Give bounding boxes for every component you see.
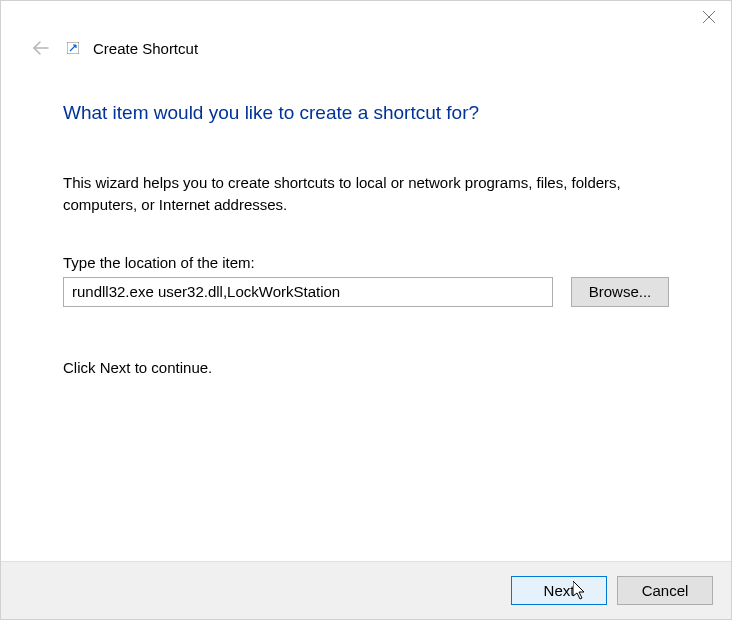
back-arrow-icon: [31, 38, 51, 58]
wizard-description: This wizard helps you to create shortcut…: [63, 172, 669, 216]
cancel-button[interactable]: Cancel: [617, 576, 713, 605]
wizard-heading: What item would you like to create a sho…: [63, 102, 669, 124]
dialog-title: Create Shortcut: [93, 40, 198, 57]
create-shortcut-dialog: Create Shortcut What item would you like…: [0, 0, 732, 620]
continue-text: Click Next to continue.: [63, 359, 669, 376]
location-input[interactable]: [63, 277, 553, 307]
dialog-footer: Next Cancel: [1, 561, 731, 619]
close-icon[interactable]: [701, 9, 717, 25]
shortcut-icon: [65, 40, 81, 56]
header-row: Create Shortcut: [1, 38, 731, 58]
content-area: What item would you like to create a sho…: [1, 58, 731, 561]
browse-button[interactable]: Browse...: [571, 277, 669, 307]
location-label: Type the location of the item:: [63, 254, 669, 271]
titlebar: [1, 1, 731, 41]
next-button[interactable]: Next: [511, 576, 607, 605]
location-input-row: Browse...: [63, 277, 669, 307]
